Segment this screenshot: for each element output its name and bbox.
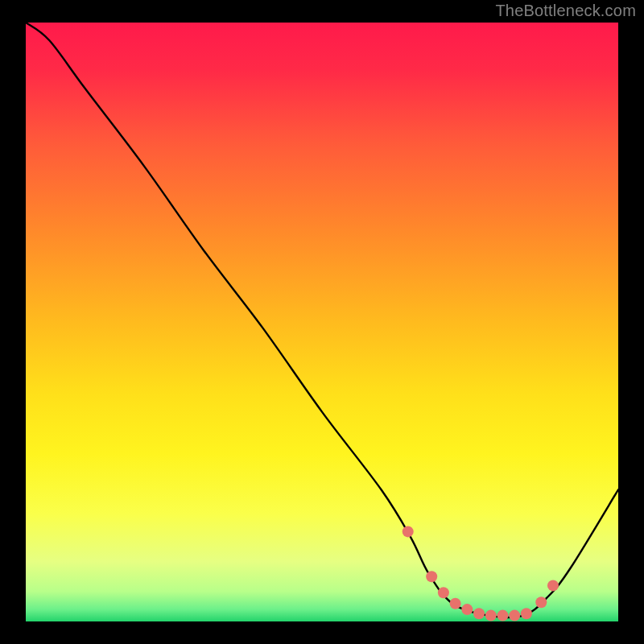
valley-marker — [485, 610, 497, 621]
valley-marker — [473, 608, 485, 619]
valley-marker — [521, 608, 532, 619]
chart-canvas — [0, 0, 644, 644]
valley-marker — [497, 610, 509, 621]
attribution-label: TheBottleneck.com — [495, 2, 636, 20]
valley-marker — [547, 580, 559, 591]
valley-marker — [402, 526, 414, 537]
valley-marker — [535, 597, 547, 608]
chart-stage: TheBottleneck.com — [0, 0, 644, 644]
valley-marker — [426, 571, 437, 582]
valley-marker — [461, 604, 473, 615]
valley-marker — [438, 587, 449, 598]
valley-marker — [509, 610, 520, 621]
valley-marker — [450, 598, 461, 609]
gradient-background — [26, 23, 618, 621]
